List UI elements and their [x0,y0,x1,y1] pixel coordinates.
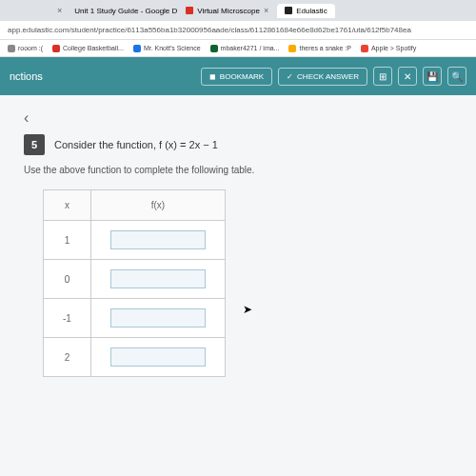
app-header: nctions ◼BOOKMARK ✓CHECK ANSWER ⊞ ✕ 💾 🔍 [0,57,476,95]
close-icon[interactable]: × [57,6,62,15]
x-value: 2 [44,338,91,377]
bookmark-button[interactable]: ◼BOOKMARK [201,68,272,86]
save-icon[interactable]: 💾 [423,67,442,86]
x-value: 1 [44,221,91,260]
bookmark-icon: ◼ [209,72,216,81]
check-answer-button[interactable]: ✓CHECK ANSWER [278,68,367,86]
bookmark-icon [361,45,368,52]
x-value: 0 [44,260,91,299]
url-text: app.edulastic.com/student/practice/6113a… [8,26,411,34]
col-header-x: x [44,190,91,221]
tab-title: Unit 1 Study Guide - Google Docs [74,7,177,15]
bookmark-icon [133,45,141,52]
instruction-text: Use the above function to complete the f… [24,165,452,175]
favicon-icon [186,7,193,14]
close-tool-icon[interactable]: ✕ [398,67,417,86]
fx-input[interactable] [110,308,206,327]
col-header-fx: f(x) [90,190,225,221]
bookmark-icon [288,45,296,52]
favicon-icon [285,7,292,14]
browser-tab[interactable]: Virtual Microscope × [178,3,276,18]
bookmark-item[interactable]: theres a snake :P [288,45,350,52]
calculator-icon[interactable]: ⊞ [373,67,392,86]
browser-tab[interactable]: Unit 1 Study Guide - Google Docs × [63,3,177,18]
search-icon[interactable]: 🔍 [447,67,466,86]
page-title: nctions [10,70,43,82]
question-number: 5 [24,134,45,155]
check-icon: ✓ [287,72,293,81]
bookmark-item[interactable]: Mr. Knott's Science [133,45,201,52]
question-text: Consider the function, f (x) = 2x − 1 [54,139,218,150]
browser-tab-strip: × Unit 1 Study Guide - Google Docs × Vir… [0,0,476,21]
fx-input[interactable] [110,269,206,288]
table-row: 0 [44,260,226,299]
bookmark-icon [8,45,15,52]
bookmarks-bar: rooom :( College Basketball... Mr. Knott… [0,40,476,57]
bookmark-item[interactable]: mbaker4271 / ima... [210,45,280,52]
bookmark-icon [52,45,60,52]
x-value: -1 [44,299,91,338]
fx-input[interactable] [110,347,206,367]
close-icon[interactable]: × [264,6,268,15]
bookmark-item[interactable]: rooom :( [8,45,43,52]
question-content: ‹ 5 Consider the function, f (x) = 2x − … [0,95,476,476]
table-row: 1 [44,221,226,260]
back-button[interactable]: ‹ [24,109,452,127]
function-table: x f(x) 1 0 -1 2 [43,189,226,377]
tab-title: Edulastic [296,7,327,15]
table-row: 2 [44,338,226,377]
bookmark-icon [210,45,218,52]
table-row: -1 [44,299,226,338]
fx-input[interactable] [110,230,206,249]
bookmark-item[interactable]: College Basketball... [52,45,124,52]
browser-tab-active[interactable]: Edulastic [277,4,334,18]
tab-title: Virtual Microscope [197,7,260,15]
bookmark-item[interactable]: Apple > Spotify [361,45,416,52]
address-bar[interactable]: app.edulastic.com/student/practice/6113a… [0,21,476,40]
